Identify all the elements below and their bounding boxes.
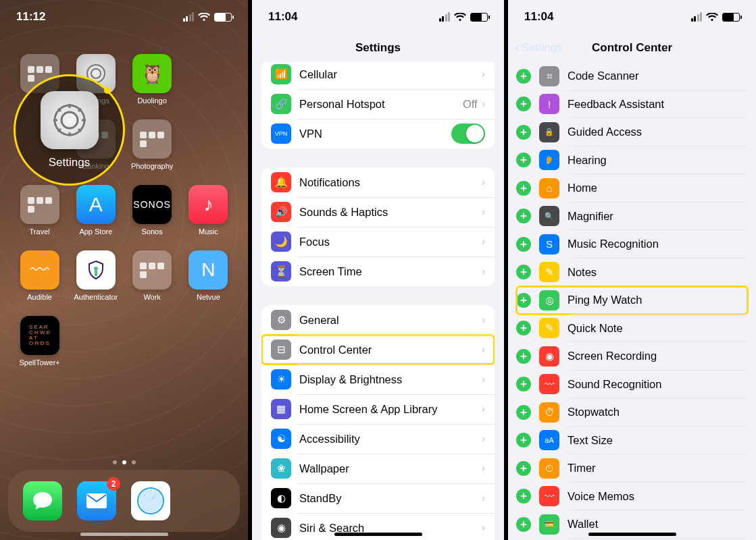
control-row-screen-recording[interactable]: +◉Screen Recording [516, 342, 748, 371]
app-Photography[interactable]: Photography [130, 119, 174, 170]
control-row-ping-my-watch[interactable]: +◎Ping My Watch [516, 286, 748, 315]
app-App Store[interactable]: AApp Store [74, 185, 118, 236]
row-home-screen-app-library[interactable]: ▦Home Screen & App Library› [261, 394, 495, 424]
add-button[interactable]: + [516, 181, 531, 196]
control-row-text-size[interactable]: +aAText Size [516, 427, 748, 455]
controls-list[interactable]: +⌗Code Scanner+!Feedback Assistant+🔒Guid… [508, 62, 756, 540]
add-button[interactable]: + [516, 293, 531, 308]
audible-icon: 〰 [20, 250, 59, 290]
add-button[interactable]: + [516, 125, 531, 140]
chevron-right-icon: › [482, 68, 485, 80]
add-button[interactable]: + [516, 209, 531, 223]
panel-settings: 11:04 Settings 📶Cellular›🔗Personal Hotsp… [252, 0, 504, 540]
row-label: StandBy [299, 492, 482, 505]
app-Audible[interactable]: 〰Audible [18, 250, 61, 301]
control-icon: 〰 [539, 374, 559, 394]
control-row-guided-access[interactable]: +🔒Guided Access [516, 118, 748, 146]
row-screen-time[interactable]: ⏳Screen Time› [261, 256, 495, 286]
app-Work[interactable]: Work [130, 250, 174, 301]
add-button[interactable]: + [516, 97, 531, 111]
control-label: Notes [568, 266, 597, 279]
control-row-feedback-assistant[interactable]: +!Feedback Assistant [516, 90, 748, 119]
control-icon: ! [539, 94, 559, 114]
row-focus[interactable]: 🌙Focus› [261, 227, 495, 256]
mail-app[interactable]: 2 [77, 481, 116, 520]
settings-icon[interactable] [41, 91, 99, 149]
settings-list[interactable]: 📶Cellular›🔗Personal HotspotOff›VPNVPN🔔No… [252, 62, 504, 540]
add-button[interactable]: + [516, 377, 531, 392]
home-indicator[interactable] [588, 533, 676, 536]
row-icon: 🔗 [271, 94, 291, 114]
add-button[interactable]: + [516, 433, 531, 448]
control-label: Ping My Watch [568, 294, 642, 306]
row-accessibility[interactable]: ☯Accessibility› [261, 424, 495, 454]
app-Authenticator[interactable]: Authenticator [74, 250, 118, 301]
control-row-home[interactable]: +⌂Home [516, 174, 748, 202]
control-row-quick-note[interactable]: +✎Quick Note [516, 315, 748, 343]
folder-icon [132, 250, 172, 290]
app-Netvue[interactable]: NNetvue [186, 250, 230, 301]
row-label: General [299, 314, 482, 327]
row-label: Accessibility [299, 433, 482, 446]
control-row-music-recognition[interactable]: +SMusic Recognition [516, 230, 748, 259]
add-button[interactable]: + [516, 405, 531, 420]
row-display-brightness[interactable]: ☀Display & Brightness› [261, 364, 495, 394]
add-button[interactable]: + [516, 265, 531, 279]
add-button[interactable]: + [516, 321, 531, 335]
messages-app[interactable] [23, 481, 62, 520]
app-Duolingo[interactable]: 🦉Duolingo [130, 54, 174, 105]
toggle[interactable] [451, 124, 485, 144]
row-icon: ▦ [271, 399, 291, 419]
control-row-voice-memos[interactable]: +〰Voice Memos [516, 483, 748, 511]
app-SpellTower+[interactable]: S E A RC H W EA TO R D SSpellTower+ [18, 316, 61, 367]
folder-icon [20, 185, 59, 224]
nav-title: Settings [252, 34, 504, 62]
add-button[interactable]: + [516, 69, 531, 84]
row-label: Display & Brightness [299, 373, 482, 386]
app-Sonos[interactable]: SONOSSonos [130, 185, 174, 236]
page-dots[interactable] [0, 460, 248, 464]
chevron-right-icon: › [482, 403, 485, 415]
row-personal-hotspot[interactable]: 🔗Personal HotspotOff› [261, 89, 495, 119]
control-row-stopwatch[interactable]: +⏱Stopwatch [516, 398, 748, 427]
home-indicator[interactable] [334, 533, 422, 536]
add-button[interactable]: + [516, 237, 531, 252]
row-vpn[interactable]: VPNVPN [261, 119, 495, 148]
row-wallpaper[interactable]: ❀Wallpaper› [261, 454, 495, 483]
control-label: Wallet [568, 518, 598, 531]
add-button[interactable]: + [516, 489, 531, 504]
control-label: Code Scanner [568, 70, 639, 82]
row-icon: ◉ [271, 518, 291, 538]
row-notifications[interactable]: 🔔Notifications› [261, 167, 495, 197]
safari-app[interactable] [131, 481, 170, 520]
row-control-center[interactable]: ⊟Control Center› [261, 335, 495, 364]
row-siri-search[interactable]: ◉Siri & Search› [261, 513, 495, 540]
row-label: Focus [299, 236, 482, 248]
control-label: Screen Recording [568, 350, 657, 362]
add-button[interactable]: + [516, 461, 531, 476]
duolingo-icon: 🦉 [132, 54, 172, 93]
control-row-timer[interactable]: +⏲Timer [516, 454, 748, 483]
app-Music[interactable]: ♪Music [186, 185, 230, 236]
add-button[interactable]: + [516, 349, 531, 364]
control-row-hearing[interactable]: +👂Hearing [516, 146, 748, 175]
chevron-right-icon: › [482, 344, 485, 356]
svg-rect-3 [95, 271, 97, 276]
chevron-right-icon: › [482, 462, 485, 475]
add-button[interactable]: + [516, 517, 531, 532]
status-bar: 11:04 [508, 0, 756, 34]
row-standby[interactable]: ◐StandBy› [261, 483, 495, 513]
spell-icon: S E A RC H W EA TO R D S [20, 316, 59, 355]
row-sounds-haptics[interactable]: 🔊Sounds & Haptics› [261, 197, 495, 227]
row-general[interactable]: ⚙General› [261, 305, 495, 335]
control-label: Magnifier [568, 210, 613, 223]
control-row-sound-recognition[interactable]: +〰Sound Recognition [516, 371, 748, 399]
app-Travel[interactable]: Travel [18, 185, 61, 236]
control-row-notes[interactable]: +✎Notes [516, 259, 748, 287]
control-row-code-scanner[interactable]: +⌗Code Scanner [516, 62, 748, 90]
row-cellular[interactable]: 📶Cellular› [261, 62, 495, 89]
control-row-magnifier[interactable]: +🔍Magnifier [516, 202, 748, 231]
add-button[interactable]: + [516, 153, 531, 167]
row-icon: 📶 [271, 64, 291, 84]
home-indicator[interactable] [80, 533, 168, 536]
